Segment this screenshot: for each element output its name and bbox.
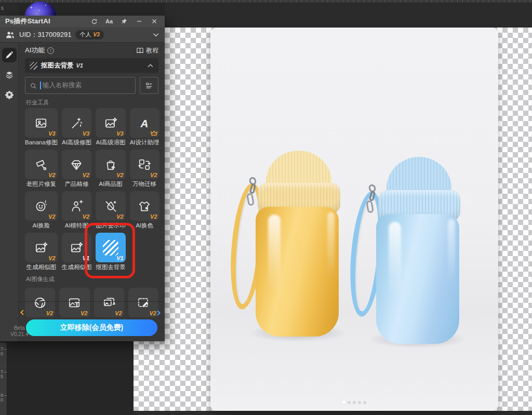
window-bottom-edge [234,411,532,415]
version-badge: V3 [83,130,89,137]
carousel-left-icon[interactable] [20,309,26,316]
sidebar-item-settings[interactable] [2,87,17,102]
panel-titlebar: Ps插件StartAI Aa [0,16,165,27]
panel-content: AI功能 ! 教程 抠图去背景 V1 [19,43,165,341]
tool-cell: V2AI换色 [130,191,159,230]
carousel-right-icon[interactable] [156,309,162,316]
tool-tile[interactable]: V2 [62,150,92,179]
highlight-box [85,223,135,278]
gem-icon [70,158,83,171]
version-badge: V2 [116,172,123,178]
image-edit-icon [137,296,150,310]
close-icon[interactable] [149,17,159,26]
view-toggle-button[interactable] [140,77,158,94]
crown-icon [150,130,158,137]
tool-label: 产品精修 [64,180,88,188]
remove-background-button[interactable]: 立即移除(会员免费) [26,319,157,336]
version-badge: V3 [116,130,123,137]
version-badge: V2 [150,213,157,220]
pagination-dot [342,400,345,404]
sidebar-item-layers[interactable] [2,68,17,82]
tool-label: 万物迁移 [132,180,156,188]
tool-tile[interactable]: V2 [25,288,55,317]
tool-tile[interactable]: V2 [25,233,58,262]
stripes-icon [30,62,37,70]
tool-section-header[interactable]: 抠图去背景 V1 [25,58,158,73]
tool-tile[interactable]: V2 [94,288,124,317]
ruler-number: 80 [1,393,3,403]
yellow-bottle-clasp [245,177,262,216]
account-row[interactable]: UID：317009291 个人 V3 [0,27,165,43]
tool-tile[interactable]: A [130,108,159,138]
minimize-icon[interactable] [134,17,144,26]
tool-cell: V3AI高级溶图 [96,108,126,146]
version-badge: V2 [83,172,89,178]
version-badge: V2 [150,310,156,316]
aperture-icon [33,296,47,310]
chevron-up-icon[interactable] [147,63,154,68]
tool-label: AI商品图 [99,180,122,188]
plan-version: V3 [93,32,99,37]
person-icon [70,199,83,213]
section-label: 行业工具 [26,99,157,106]
tool-tile[interactable]: V2 [62,191,92,221]
version-badge: V2 [48,172,55,178]
startai-plugin-panel: Ps插件StartAI Aa UID：317009291 个人 [0,16,165,341]
tool-title: 抠图去背景 [41,61,74,70]
tool-tile[interactable]: V2 [59,288,89,317]
yellow-bottle-body [256,207,339,337]
ruler-number: 75 [1,370,3,379]
tool-tile[interactable]: V2 [96,150,126,179]
pagination-dot [353,401,356,404]
panel-title: Ps插件StartAI [5,17,50,26]
search-input[interactable]: 输入名称搜索 [25,77,136,94]
canvas-background [0,340,134,415]
tool-version: V1 [76,62,83,69]
tool-tile[interactable]: V3 [96,108,126,138]
ruler-number: 70 [1,347,3,356]
tool-cell: V2AI换脸 [25,191,58,230]
tool-tile[interactable]: V2 [128,288,158,317]
tool-tile[interactable]: V2 [130,150,159,179]
refresh-icon[interactable] [89,17,99,26]
tool-tile[interactable]: V2 [25,191,58,221]
pagination-dot [358,401,361,404]
image-sparkle-icon [104,116,117,130]
search-icon [30,82,37,89]
shirt-icon [138,199,151,213]
version-badge: V2 [83,213,89,220]
function-header-row: AI功能 ! 教程 [19,43,165,58]
pagination-dot [363,401,366,404]
photoshop-workspace: 5 707580 Ps插件StartAI [0,0,532,415]
users-icon [5,31,15,39]
version-badge: V2 [81,310,87,316]
version-badge: V2 [115,310,122,316]
tool-cell: V2AI商品图 [96,150,126,188]
blue-bottle-clasp [364,184,382,223]
tool-tile[interactable]: V2 [25,150,58,179]
ruler-number: 5 [1,6,4,11]
tool-tile[interactable]: V2 [130,191,159,221]
pagination-dot [348,401,351,404]
text-cursor [40,82,41,89]
tool-cell: V2万物迁移 [130,150,159,188]
text-size-icon[interactable]: Aa [104,17,114,26]
image-rotate-icon [102,296,116,310]
image-icon [34,116,48,130]
pin-icon[interactable] [119,17,129,26]
version-badge: V2 [46,310,53,316]
info-icon[interactable]: ! [47,47,54,54]
document-image [210,28,498,411]
tool-cell: V3Banana修图 [25,108,58,146]
tool-label: Banana修图 [25,138,58,146]
tool-tile[interactable]: V3 [25,108,58,138]
tool-cell: AAI设计助理 [130,108,159,146]
version-label: Beta V0.21.4 [10,325,28,338]
sidebar-item-edit[interactable] [2,48,17,62]
tool-tile[interactable]: V2 [96,191,126,221]
tool-tile[interactable]: V3 [62,108,92,138]
tool-label: AI换色 [136,221,153,230]
version-badge: V2 [116,213,123,220]
chevron-down-icon[interactable] [152,32,159,37]
tutorial-button[interactable]: 教程 [136,46,158,55]
